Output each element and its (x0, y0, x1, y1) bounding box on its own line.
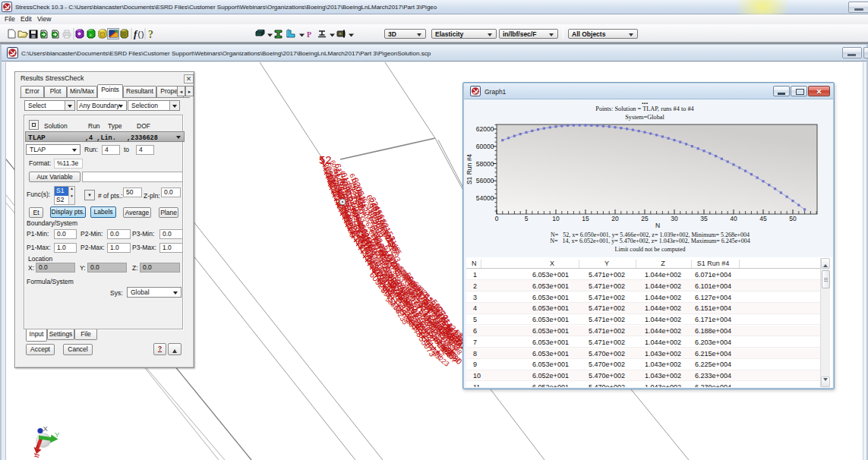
svg-text:Limit could not be computed: Limit could not be computed (615, 246, 686, 253)
svg-text:Y: Y (55, 430, 60, 439)
svg-text:52: 52 (319, 153, 332, 166)
svg-text:z: z (34, 452, 37, 458)
svg-text:45: 45 (759, 215, 767, 222)
svg-text:N: N (655, 222, 660, 229)
svg-text:X: X (43, 424, 49, 433)
svg-text:?: ? (148, 29, 153, 40)
svg-text:P: P (307, 30, 311, 39)
svg-text:0: 0 (495, 215, 499, 222)
svg-text:): ) (141, 30, 144, 39)
svg-text:62000: 62000 (476, 125, 494, 133)
svg-text:56000: 56000 (476, 177, 494, 184)
svg-text:...: ... (642, 99, 649, 106)
svg-text:25: 25 (641, 215, 649, 222)
svg-text:15: 15 (582, 215, 589, 222)
svg-text:20: 20 (611, 215, 619, 222)
svg-text:S1 Run #4: S1 Run #4 (466, 154, 473, 184)
svg-text:System=Global: System=Global (625, 114, 664, 121)
svg-text:N= 14, x= 6.052e+001, y= 5.4: N= 14, x= 6.052e+001, y= 5.470e+002, z= … (550, 238, 750, 244)
svg-text:10: 10 (552, 215, 560, 222)
svg-text:(: ( (138, 30, 141, 39)
svg-text:30: 30 (671, 215, 678, 222)
svg-text:58000: 58000 (476, 160, 494, 168)
svg-text:50: 50 (789, 215, 797, 222)
svg-text:35: 35 (700, 215, 708, 222)
svg-text:Points: Solution = TLAP, runs: Points: Solution = TLAP, runs #4 to #4 (595, 106, 694, 112)
svg-text:54000: 54000 (476, 194, 494, 202)
svg-text:60000: 60000 (476, 143, 494, 150)
svg-text:5: 5 (525, 215, 529, 222)
svg-text:40: 40 (730, 215, 737, 222)
